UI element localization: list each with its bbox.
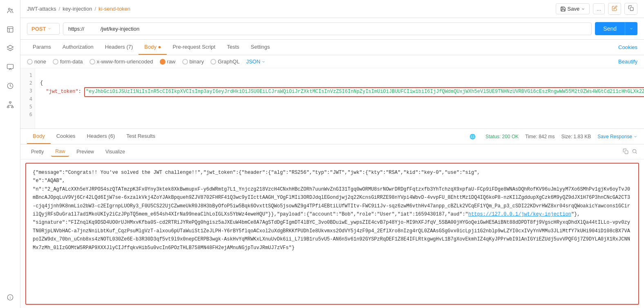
edit-button[interactable] [608,3,621,15]
jwt-value-highlight: "eyJhbGciOiJSUzI1NiIsInR5cCI6IkpXVCIsImp… [84,87,644,97]
copy-response-icon[interactable] [623,148,628,155]
save-response-button[interactable]: Save Response [597,134,637,139]
radio-form-data[interactable]: form-data [53,58,83,65]
beautify-button[interactable]: Beautify [618,58,637,65]
radio-binary-label: binary [190,58,204,65]
save-button[interactable]: Save [556,3,590,14]
copy-icon [628,5,634,11]
radio-binary-dot [182,59,188,65]
breadcrumb-part-1[interactable]: JWT-attacks [27,6,56,12]
radio-raw-dot [160,59,165,65]
code-editor-area: 1 2 3 4 5 6 { "jwt_token": "eyJhbGciOiJS… [20,68,644,129]
radio-graphql[interactable]: GraphQL [210,58,239,65]
save-icon [560,6,566,12]
svg-rect-4 [7,64,13,69]
tab-body[interactable]: Body ● [139,40,167,55]
code-content[interactable]: { "jwt_token": "eyJhbGciOiJSUzI1NiIsInR5… [35,68,644,128]
globe-icon: 🌐 [470,134,476,139]
resp-tab-cookies[interactable]: Cookies [51,129,81,144]
breadcrumb-current: ki-send-token [98,6,130,12]
cookies-button[interactable]: Cookies [618,40,637,54]
tab-tests[interactable]: Tests [221,40,245,55]
sidebar-icon-people[interactable] [4,5,16,16]
send-dropdown-button[interactable] [625,22,637,35]
resp-format-pretty[interactable]: Pretty [27,147,48,156]
aud-url[interactable]: https://127.0.0.1/jwt/key-injection [468,211,571,217]
payload-section: "payload":{"account":"Bob","role":"User"… [277,211,580,217]
send-group: Send [595,22,637,35]
tab-pre-request[interactable]: Pre-request Script [167,40,221,55]
status-time: Time: 842 ms [525,134,555,139]
radio-form-data-dot [53,59,58,65]
sidebar-icon-info[interactable] [4,292,16,303]
tab-headers[interactable]: Headers (7) [99,40,139,55]
radio-raw[interactable]: raw [160,58,176,65]
more-button[interactable]: ... [593,3,605,14]
json-selector[interactable]: JSON [246,58,266,65]
request-tabs: Params Authorization Headers (7) Body ● … [20,40,644,55]
breadcrumb-part-2[interactable]: key-injection [63,6,92,12]
radio-graphql-dot [210,59,216,65]
status-ok: Status: 200 OK [485,134,519,139]
code-editor[interactable]: 1 2 3 4 5 6 { "jwt_token": "eyJhbGciOiJS… [20,68,644,128]
save-dropdown-icon [581,7,585,11]
radio-urlencoded[interactable]: x-www-form-urlencoded [89,58,153,65]
svg-rect-8 [11,107,13,108]
sidebar-icon-network[interactable] [4,99,16,110]
svg-rect-13 [625,151,628,154]
url-input[interactable] [63,22,592,35]
radio-binary[interactable]: binary [182,58,204,65]
tab-params[interactable]: Params [27,40,57,55]
response-format-bar: Pretty Raw Preview Visualize [20,144,644,160]
response-tabs-bar: Body Cookies Headers (6) Test Results 🌐 … [20,129,644,144]
radio-raw-label: raw [167,58,176,65]
sidebar-icon-request[interactable] [4,24,16,35]
sidebar-icon-history[interactable] [4,80,16,92]
resp-tab-body[interactable]: Body [27,129,51,144]
search-response-icon[interactable] [632,148,637,155]
resp-format-icons [623,148,637,155]
tab-authorization[interactable]: Authorization [57,40,99,55]
radio-graphql-label: GraphQL [218,58,239,65]
status-size: Size: 1.83 KB [561,134,591,139]
radio-none-label: none [34,58,46,65]
tab-settings[interactable]: Settings [245,40,276,55]
copy-window-button[interactable] [624,3,637,15]
radio-urlencoded-dot [89,59,95,65]
svg-point-1 [11,9,12,10]
main-content: JWT-attacks / key-injection / ki-send-to… [20,0,644,308]
json-label-text: JSON [246,58,260,65]
method-label: POST [31,26,46,32]
breadcrumb: JWT-attacks / key-injection / ki-send-to… [27,6,552,12]
body-type-bar: none form-data x-www-form-urlencoded raw… [20,55,644,68]
resp-tab-test-results[interactable]: Test Results [121,129,161,144]
send-button[interactable]: Send [595,22,625,35]
sidebar-icon-layers[interactable] [4,43,16,54]
radio-form-data-label: form-data [60,58,83,65]
line-numbers: 1 2 3 4 5 6 [20,68,35,128]
json-dropdown-icon [262,60,266,64]
response-status: 🌐 Status: 200 OK Time: 842 ms Size: 1.83… [470,134,637,139]
svg-point-0 [8,8,10,10]
svg-rect-2 [7,27,13,32]
radio-none[interactable]: none [27,58,46,65]
topbar-actions: Save ... [556,3,637,15]
sidebar [0,0,20,308]
method-dropdown-icon [47,27,51,31]
resp-format-raw[interactable]: Raw [51,147,69,157]
svg-line-15 [636,152,637,153]
url-bar-area: POST Send [20,18,644,40]
breadcrumb-sep-1: / [59,6,60,12]
save-response-dropdown-icon [633,135,637,139]
resp-format-visualize[interactable]: Visualize [101,147,129,156]
sidebar-icon-monitor[interactable] [4,61,16,73]
save-label: Save [568,6,580,12]
edit-icon [612,5,617,11]
breadcrumb-sep-2: / [94,6,96,12]
resp-format-preview[interactable]: Preview [72,147,98,156]
method-selector[interactable]: POST [27,23,60,35]
resp-tab-headers[interactable]: Headers (6) [81,129,121,144]
svg-point-14 [633,149,636,153]
code-key-jwt: "jwt_token" [46,89,78,94]
svg-rect-7 [7,107,9,108]
